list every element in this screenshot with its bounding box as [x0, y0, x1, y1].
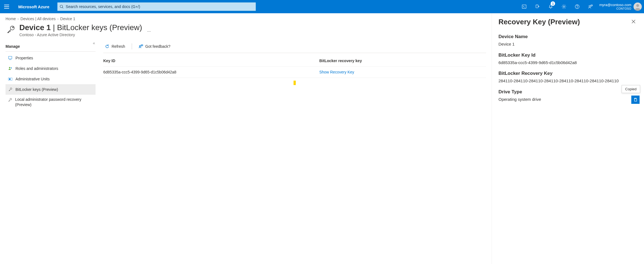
- settings-button[interactable]: [557, 0, 571, 13]
- cloud-shell-icon: [522, 4, 527, 9]
- top-utility-icons: 1 myra@contoso.com CONTOSO: [518, 0, 644, 13]
- notifications-button[interactable]: 1: [544, 0, 557, 13]
- top-bar: Microsoft Azure 1 myra@contoso.com: [0, 0, 644, 13]
- notification-badge: 1: [551, 1, 555, 6]
- svg-point-13: [636, 4, 639, 7]
- gear-icon: [561, 4, 566, 9]
- brand-label[interactable]: Microsoft Azure: [13, 4, 57, 9]
- svg-rect-7: [536, 5, 538, 8]
- account-button[interactable]: myra@contoso.com CONTOSO: [597, 2, 644, 11]
- search-input[interactable]: [66, 4, 254, 9]
- filter-icon: [535, 4, 540, 9]
- user-tenant: CONTOSO: [599, 7, 631, 10]
- directory-filter-button[interactable]: [531, 0, 544, 13]
- search-box[interactable]: [57, 2, 256, 11]
- svg-rect-2: [4, 8, 9, 9]
- search-icon: [60, 5, 64, 9]
- svg-rect-0: [4, 5, 9, 5]
- svg-rect-5: [522, 5, 526, 9]
- svg-point-9: [563, 6, 565, 7]
- person-feedback-icon: [588, 4, 593, 9]
- svg-line-4: [62, 7, 63, 9]
- svg-point-12: [589, 6, 590, 7]
- help-icon: [575, 4, 580, 9]
- avatar: [634, 2, 642, 11]
- search-wrap: [57, 2, 256, 11]
- hamburger-icon: [4, 4, 9, 9]
- menu-toggle-button[interactable]: [0, 0, 13, 13]
- svg-point-3: [60, 5, 62, 7]
- feedback-button[interactable]: [584, 0, 597, 13]
- user-info: myra@contoso.com CONTOSO: [599, 3, 631, 10]
- svg-rect-1: [4, 6, 9, 7]
- help-button[interactable]: [571, 0, 584, 13]
- svg-point-11: [577, 8, 577, 8]
- cloud-shell-button[interactable]: [518, 0, 531, 13]
- user-email: myra@contoso.com: [599, 3, 631, 7]
